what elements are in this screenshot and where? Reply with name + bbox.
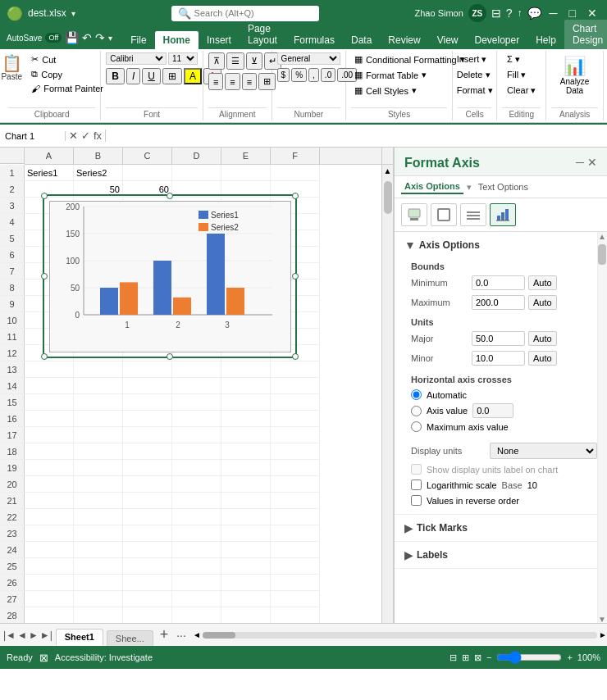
cell-18-B[interactable] (74, 443, 123, 460)
row-header-8[interactable]: 8 (0, 280, 25, 296)
cell-28-C[interactable] (123, 607, 172, 623)
delete-button[interactable]: Delete ▾ (454, 68, 494, 82)
sheet-tab-0[interactable]: Sheet1 (56, 629, 103, 646)
cell-14-C[interactable] (123, 378, 172, 394)
cell-23-B[interactable] (74, 525, 123, 542)
row-header-19[interactable]: 19 (0, 460, 25, 476)
cell-21-B[interactable] (74, 493, 123, 509)
panel-scroll-up[interactable]: ▲ (598, 232, 606, 240)
cell-23-D[interactable] (172, 525, 221, 542)
row-header-23[interactable]: 23 (0, 525, 25, 542)
panel-body[interactable]: ▲ ▼ ▼ Axis Options Bounds Minimum A (395, 232, 607, 623)
page-break-icon[interactable]: ⊠ (474, 652, 481, 663)
scroll-track[interactable] (383, 177, 393, 623)
row-header-13[interactable]: 13 (0, 361, 25, 378)
cell-14-F[interactable] (271, 378, 320, 394)
chevron-down-icon[interactable]: ▾ (71, 9, 75, 18)
function-button[interactable]: fx (94, 130, 102, 142)
align-left-button[interactable]: ≡ (208, 73, 223, 90)
row-header-15[interactable]: 15 (0, 394, 25, 411)
italic-button[interactable]: I (126, 68, 140, 84)
zoom-level[interactable]: 100% (577, 652, 600, 662)
col-header-B[interactable]: B (74, 148, 123, 164)
align-right-button[interactable]: ≡ (242, 73, 257, 90)
labels-section[interactable]: ▶ Labels (395, 542, 607, 569)
sheet-tab-1[interactable]: Shee... (107, 630, 153, 646)
cell-20-A[interactable] (25, 476, 74, 493)
row-header-10[interactable]: 10 (0, 312, 25, 329)
cell-20-D[interactable] (172, 476, 221, 493)
tab-page-layout[interactable]: Page Layout (240, 20, 285, 49)
h-scroll-left[interactable]: ◄ (193, 630, 201, 639)
cell-28-A[interactable] (25, 607, 74, 623)
tab-text-options[interactable]: Text Options (475, 180, 532, 193)
cell-22-A[interactable] (25, 509, 74, 525)
cell-26-A[interactable] (25, 575, 74, 591)
cell-26-D[interactable] (172, 575, 221, 591)
row-header-28[interactable]: 28 (0, 607, 25, 623)
cell-13-E[interactable] (221, 361, 271, 378)
cell-14-A[interactable] (25, 378, 74, 394)
cell-1-F[interactable] (271, 165, 320, 181)
logarithmic-checkbox[interactable] (411, 480, 422, 490)
close-button[interactable]: ✕ (584, 7, 600, 20)
cell-19-E[interactable] (221, 460, 271, 476)
tab-axis-options[interactable]: Axis Options (401, 180, 463, 194)
cut-button[interactable]: ✂ Cut (28, 52, 107, 66)
tick-marks-section[interactable]: ▶ Tick Marks (395, 515, 607, 542)
cell-24-A[interactable] (25, 542, 74, 558)
cell-1-D[interactable] (172, 165, 221, 181)
cell-14-B[interactable] (74, 378, 123, 394)
row-header-25[interactable]: 25 (0, 558, 25, 575)
sheet-options-button[interactable]: ··· (173, 629, 189, 642)
first-sheet-button[interactable]: |◄ (3, 630, 16, 641)
row-header-5[interactable]: 5 (0, 230, 25, 247)
col-header-E[interactable]: E (221, 148, 271, 164)
cells-container[interactable]: Series1Series250601003215050 200 150 100 (25, 165, 381, 623)
panel-icon-layout[interactable] (460, 203, 486, 226)
bold-button[interactable]: B (106, 68, 125, 84)
vertical-scrollbar[interactable]: ▲ ▼ (381, 165, 393, 623)
cell-17-B[interactable] (74, 427, 123, 443)
row-header-20[interactable]: 20 (0, 476, 25, 493)
cell-18-A[interactable] (25, 443, 74, 460)
autosave-toggle[interactable]: Off (45, 33, 62, 43)
maximum-input[interactable] (472, 295, 525, 310)
cell-18-E[interactable] (221, 443, 271, 460)
cell-16-F[interactable] (271, 411, 320, 427)
confirm-formula-button[interactable]: ✓ (81, 130, 90, 142)
cell-20-F[interactable] (271, 476, 320, 493)
cell-17-E[interactable] (221, 427, 271, 443)
align-bottom-button[interactable]: ⊻ (246, 52, 262, 70)
percent-button[interactable]: % (291, 68, 307, 82)
cell-24-C[interactable] (123, 542, 172, 558)
cell-2-E[interactable] (221, 181, 271, 198)
cell-2-A[interactable] (25, 181, 74, 198)
row-header-2[interactable]: 2 (0, 181, 25, 198)
cell-14-D[interactable] (172, 378, 221, 394)
panel-scroll-down[interactable]: ▼ (598, 615, 606, 623)
cell-17-C[interactable] (123, 427, 172, 443)
cell-24-D[interactable] (172, 542, 221, 558)
panel-icon-border[interactable] (431, 203, 457, 226)
row-header-4[interactable]: 4 (0, 214, 25, 230)
tab-file[interactable]: File (122, 31, 154, 49)
clear-button[interactable]: Clear ▾ (504, 84, 539, 98)
show-display-units-checkbox[interactable] (411, 464, 422, 475)
row-header-16[interactable]: 16 (0, 411, 25, 427)
number-format-select[interactable]: General (277, 52, 340, 65)
page-layout-icon[interactable]: ⊞ (462, 652, 469, 663)
ribbon-display-icon[interactable]: ⊟ (491, 7, 501, 20)
filename[interactable]: dest.xlsx (28, 7, 66, 19)
cell-18-F[interactable] (271, 443, 320, 460)
cell-21-F[interactable] (271, 493, 320, 509)
save-icon[interactable]: 💾 (65, 31, 79, 44)
cell-20-E[interactable] (221, 476, 271, 493)
format-button[interactable]: Format ▾ (454, 84, 496, 98)
cell-26-E[interactable] (221, 575, 271, 591)
minimum-auto-button[interactable]: Auto (528, 275, 557, 290)
cell-26-B[interactable] (74, 575, 123, 591)
cell-20-C[interactable] (123, 476, 172, 493)
tab-developer[interactable]: Developer (466, 31, 527, 49)
radio-axis-value[interactable] (411, 406, 422, 416)
